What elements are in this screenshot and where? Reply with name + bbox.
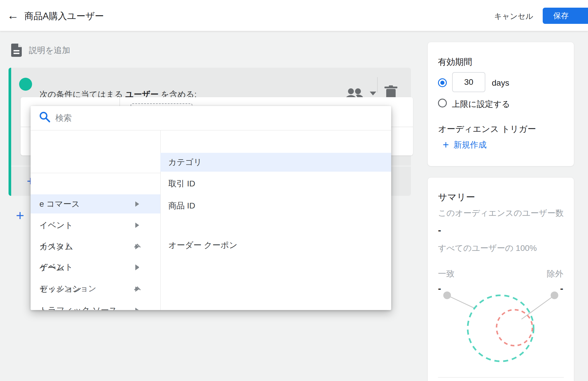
percent-of-all-users-label: すべてのユーザーの 100% <box>438 243 537 254</box>
create-new-trigger-button[interactable]: + 新規作成 <box>443 139 487 150</box>
arrow-right-icon <box>135 265 139 270</box>
search-row <box>31 106 391 130</box>
arrow-right-icon <box>135 201 139 207</box>
submenu-item-category-selected[interactable]: カテゴリ <box>160 153 391 172</box>
membership-duration-card: 有効期間 days 上限に設定する オーディエンス トリガー + 新規作成 <box>427 42 574 166</box>
menu-item-traffic-source[interactable]: トラフィック ソース <box>31 300 160 310</box>
days-value-input[interactable] <box>452 72 485 92</box>
submenu-item-transaction-id[interactable]: 取引 ID <box>160 173 391 194</box>
search-icon <box>39 111 51 123</box>
menu-item-gaming[interactable]: ゲーム <box>31 257 160 278</box>
max-limit-label: 上限に設定する <box>452 99 510 110</box>
menu-item-ecommerce-selected[interactable]: e コマース <box>31 194 160 213</box>
dimension-picker-dropdown: イベント イベント ディメンション e コマース イベント カスタム ゲーム セ… <box>31 106 391 310</box>
menu-item-events2[interactable]: イベント <box>31 215 160 236</box>
cancel-button[interactable]: キャンセル <box>489 9 539 24</box>
summary-card: サマリー このオーディエンスのユーザー数 - すべてのユーザーの 100% 一致… <box>427 177 574 381</box>
max-limit-radio[interactable] <box>438 99 447 107</box>
arrow-right-icon <box>135 223 139 228</box>
top-bar: ← 商品A購入ユーザー キャンセル 保存 <box>0 0 588 31</box>
days-radio-selected[interactable] <box>438 78 447 87</box>
submenu-item-item-id[interactable]: 商品 ID <box>160 195 391 216</box>
description-row[interactable]: 説明を追加 <box>11 43 70 58</box>
document-icon <box>11 44 22 57</box>
add-description-label: 説明を追加 <box>29 45 70 56</box>
days-label: days <box>492 78 509 88</box>
include-scope-dot <box>19 78 32 91</box>
audience-name-field[interactable]: 商品A購入ユーザー <box>24 10 104 22</box>
arrow-right-icon <box>135 308 139 310</box>
menu-item-session[interactable]: セッション <box>31 279 160 300</box>
save-button[interactable]: 保存 <box>543 8 588 24</box>
search-divider <box>31 130 391 130</box>
summary-bottom-divider <box>438 377 564 378</box>
arrow-right-icon <box>135 244 139 249</box>
audience-trigger-title: オーディエンス トリガー <box>438 123 536 135</box>
audience-users-value: - <box>438 225 441 236</box>
audience-users-label: このオーディエンスのユーザー数 <box>438 208 564 219</box>
duration-title: 有効期間 <box>438 56 472 68</box>
back-arrow-icon[interactable]: ← <box>6 9 19 22</box>
menu-item-custom[interactable]: カスタム <box>31 236 160 257</box>
summary-title: サマリー <box>438 191 475 203</box>
header-divider <box>377 77 378 92</box>
menu-divider <box>31 173 160 173</box>
include-accent-bar <box>9 68 11 196</box>
arrow-right-icon <box>135 286 139 292</box>
add-exclude-group-button[interactable]: + <box>16 208 24 223</box>
audience-builder-page: ← 商品A購入ユーザー キャンセル 保存 説明を追加 次の条件に当てはまる ユー… <box>0 0 588 381</box>
submenu-item-order-coupon[interactable]: オーダー クーポン <box>160 235 391 256</box>
audience-venn-diagram <box>428 275 574 381</box>
scope-caret-icon[interactable] <box>370 92 376 95</box>
search-input[interactable] <box>55 111 379 125</box>
plus-icon: + <box>443 140 449 150</box>
